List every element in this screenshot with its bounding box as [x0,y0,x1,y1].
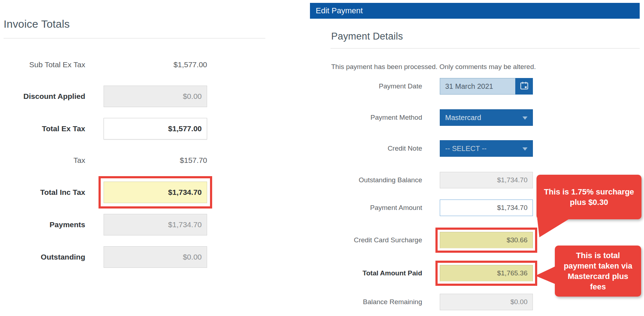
payments-label: Payments [0,220,85,229]
subtotal-ex-tax-value: $1,577.00 [104,60,207,69]
callout-line: This is 1.75% surcharge [540,187,638,197]
balance-remaining-label: Balance Remaining [324,298,422,306]
surcharge-annotation-rect [435,228,537,253]
callout-line: This is total [558,250,638,261]
total-paid-callout: This is total payment taken via Masterca… [555,246,641,297]
payment-amount-field[interactable]: $1,734.70 [440,200,533,216]
credit-card-surcharge-label: Credit Card Surcharge [324,236,422,244]
payment-details-title: Payment Details [331,31,403,42]
payments-field: $1,734.70 [104,214,207,235]
total-ex-tax-label: Total Ex Tax [0,124,85,133]
total-inc-tax-annotation-rect [99,176,212,209]
payment-method-label: Payment Method [324,114,422,122]
discount-applied-field: $0.00 [104,86,207,107]
processed-notice: This payment has been processed. Only co… [331,63,536,71]
payment-date-field[interactable]: 31 March 2021 [440,78,533,95]
payment-method-value: Mastercard [445,114,481,122]
calendar-button[interactable] [515,78,533,95]
screenshot-root: Invoice Totals Sub Total Ex Tax $1,577.0… [0,0,644,316]
discount-applied-label: Discount Applied [0,92,85,101]
callout-line: fees [558,281,638,292]
callout-line: plus $0.30 [540,197,638,207]
outstanding-label: Outstanding [0,253,85,261]
total-paid-callout-tail [535,266,556,284]
calendar-icon [520,81,529,92]
credit-note-value: -- SELECT -- [445,145,487,152]
payment-amount-label: Payment Amount [324,204,422,212]
payment-details-divider [330,48,640,49]
balance-remaining-field: $0.00 [440,294,533,310]
dropdown-arrow-icon [522,147,527,151]
total-inc-tax-label: Total Inc Tax [0,188,85,197]
surcharge-callout-tail [537,218,571,238]
credit-note-dropdown[interactable]: -- SELECT -- [440,140,533,157]
payment-date-value[interactable]: 31 March 2021 [440,78,515,95]
outstanding-field: $0.00 [104,246,207,268]
dropdown-arrow-icon [522,116,527,120]
invoice-totals-divider [4,38,265,38]
callout-line: Mastercard plus [558,271,638,281]
payment-date-label: Payment Date [324,82,422,90]
subtotal-ex-tax-label: Sub Total Ex Tax [0,60,85,69]
tax-value: $157.70 [104,156,207,165]
outstanding-balance-label: Outstanding Balance [324,176,422,184]
total-paid-annotation-rect [435,261,537,286]
total-amount-paid-label: Total Amount Paid [324,269,422,277]
surcharge-callout: This is 1.75% surcharge plus $0.30 [536,175,641,219]
credit-note-label: Credit Note [324,145,422,152]
invoice-totals-title: Invoice Totals [4,18,70,30]
payment-method-dropdown[interactable]: Mastercard [440,109,533,126]
total-ex-tax-field[interactable]: $1,577.00 [104,118,207,139]
edit-payment-titlebar: Edit Payment [310,3,640,19]
callout-line: payment taken via [558,261,638,271]
outstanding-balance-field: $1,734.70 [440,172,533,188]
tax-label: Tax [0,156,85,165]
